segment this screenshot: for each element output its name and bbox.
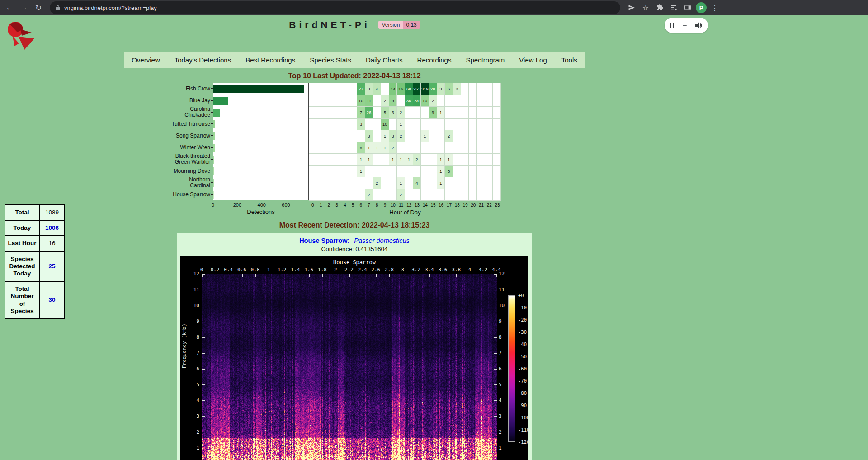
- heatmap-cell: 1: [365, 142, 373, 154]
- heatmap-cell: [413, 142, 421, 154]
- spec-freq-tick-right: 4: [499, 398, 502, 403]
- heatmap-cell: [429, 130, 437, 142]
- species-label: House Sparrow: [170, 189, 213, 200]
- stats-row: Total1089: [5, 205, 65, 220]
- heatmap-cell: [493, 166, 501, 177]
- nav-item-today-s-detections[interactable]: Today's Detections: [167, 52, 238, 68]
- species-link[interactable]: House Sparrow:: [299, 237, 349, 244]
- nav-item-overview[interactable]: Overview: [124, 52, 167, 68]
- stats-row: Species Detected Today25: [5, 251, 65, 282]
- heatmap-cell: [317, 154, 326, 166]
- nav-item-recordings[interactable]: Recordings: [410, 52, 459, 68]
- top10-heading: Top 10 Last Updated: 2022-04-13 18:12: [0, 72, 709, 80]
- stats-value: 1089: [39, 205, 65, 220]
- nav-item-tools[interactable]: Tools: [554, 52, 585, 68]
- heatmap-cell: [333, 142, 341, 154]
- heatmap-cell: [485, 154, 493, 166]
- pause-icon[interactable]: [670, 23, 674, 28]
- hour-axis-tick: 1: [317, 201, 325, 209]
- heatmap-cell: 5: [381, 107, 389, 119]
- detections-bar: [213, 132, 215, 140]
- stats-value-link[interactable]: 25: [39, 251, 65, 282]
- heatmap-cell: [453, 166, 461, 177]
- heatmap-cell: [461, 166, 469, 177]
- volume-icon[interactable]: [695, 22, 703, 29]
- heatmap-cell: 2: [397, 189, 405, 201]
- heatmap-cell: [429, 142, 437, 154]
- nav-item-best-recordings[interactable]: Best Recordings: [238, 52, 302, 68]
- heatmap-cell: [333, 107, 341, 119]
- browser-menu-icon[interactable]: ⋮: [709, 2, 721, 14]
- nav-item-daily-charts[interactable]: Daily Charts: [359, 52, 410, 68]
- spec-time-tick: 3.8: [452, 267, 461, 273]
- url-bar[interactable]: virginia.birdnetpi.com/?stream=play: [50, 1, 620, 14]
- version-badge: Version0.13: [378, 21, 420, 29]
- page-title: BirdNET-Pi: [289, 19, 370, 30]
- heatmap-cell: 1: [381, 130, 389, 142]
- heatmap-cell: 2: [397, 107, 405, 119]
- stats-row: Today1006: [5, 220, 65, 236]
- heatmap-cell: [445, 177, 453, 189]
- stats-value-link[interactable]: 1006: [39, 220, 65, 236]
- heatmap-cell: 11: [365, 95, 373, 107]
- forward-icon[interactable]: →: [18, 2, 30, 14]
- heatmap-cell: [421, 166, 429, 177]
- spec-freq-tick-right: 5: [499, 382, 502, 388]
- spec-db-tick: -40: [518, 341, 527, 347]
- heatmap-cell: [493, 95, 501, 107]
- bookmark-star-icon[interactable]: ☆: [640, 2, 651, 14]
- heatmap-cell: [365, 166, 373, 177]
- heatmap-cell: [333, 95, 341, 107]
- heatmap-cell: [333, 166, 341, 177]
- heatmap-cell: [397, 166, 405, 177]
- heatmap-cell: [429, 119, 437, 130]
- audio-player[interactable]: [665, 18, 708, 33]
- heatmap-cell: [341, 166, 349, 177]
- spec-time-tick: 0.8: [251, 267, 260, 273]
- hour-axis-tick: 13: [413, 201, 421, 209]
- heatmap-cell: 1: [373, 142, 381, 154]
- nav-item-species-stats[interactable]: Species Stats: [302, 52, 359, 68]
- heatmap-cell: 26: [365, 107, 373, 119]
- heatmap-cell: 253: [413, 83, 421, 95]
- side-panel-icon[interactable]: [682, 2, 693, 14]
- send-icon[interactable]: [626, 2, 637, 14]
- heatmap-cell: 1: [437, 107, 445, 119]
- spectrogram-plot: [202, 274, 497, 460]
- heatmap-cell: [445, 189, 453, 201]
- stats-value-link[interactable]: 30: [39, 281, 65, 319]
- heatmap-cell: [365, 119, 373, 130]
- heatmap-cell: [485, 189, 493, 201]
- heatmap-cell: [493, 154, 501, 166]
- media-controls-icon[interactable]: [668, 2, 679, 14]
- heatmap-cell: 1: [405, 154, 413, 166]
- heatmap-cell: 3: [365, 130, 373, 142]
- hour-axis-tick: 5: [349, 201, 357, 209]
- heatmap-cell: [325, 177, 333, 189]
- nav-item-spectrogram[interactable]: Spectrogram: [458, 52, 512, 68]
- spec-db-tick: -50: [518, 354, 527, 359]
- heatmap-cell: [413, 107, 421, 119]
- heatmap-cell: [397, 142, 405, 154]
- heatmap-cell: [485, 83, 493, 95]
- heatmap-cell: [349, 166, 357, 177]
- stats-label: Species Detected Today: [5, 251, 39, 282]
- spec-freq-tick: 1: [188, 445, 199, 451]
- spec-freq-tick: 6: [188, 366, 199, 372]
- nav-item-view-log[interactable]: View Log: [512, 52, 554, 68]
- stats-label: Total: [5, 205, 39, 220]
- heatmap-cell: [493, 130, 501, 142]
- spec-time-tick: 1: [267, 267, 270, 273]
- profile-avatar[interactable]: P: [696, 2, 707, 13]
- heatmap-cell: [477, 154, 485, 166]
- birdnet-logo[interactable]: [4, 18, 37, 52]
- heatmap-cell: [485, 130, 493, 142]
- species-label: Tufted Titmouse: [170, 118, 213, 130]
- extensions-icon[interactable]: [654, 2, 665, 14]
- heatmap-cell: 28: [429, 83, 437, 95]
- heatmap-cell: [309, 154, 317, 166]
- heatmap-cell: [461, 107, 469, 119]
- heatmap-cell: 16: [397, 83, 405, 95]
- reload-icon[interactable]: ↻: [33, 2, 44, 14]
- back-icon[interactable]: ←: [4, 2, 15, 14]
